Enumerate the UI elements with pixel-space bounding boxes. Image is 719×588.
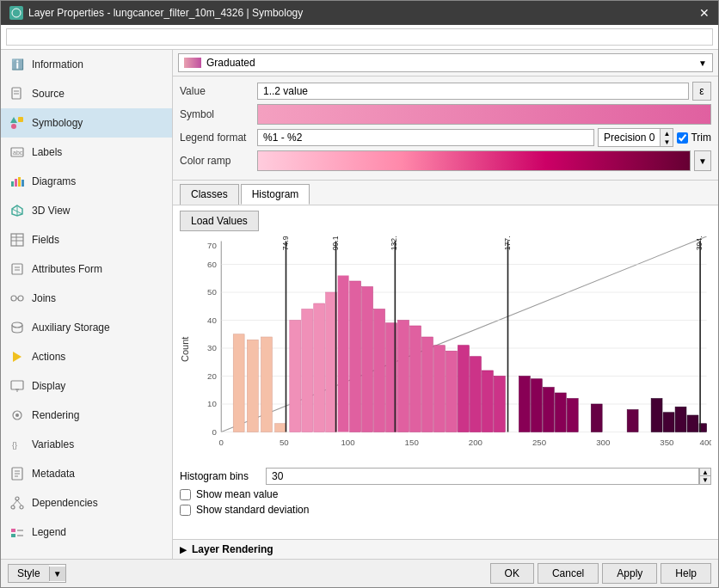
style-dropdown: Style ▼ bbox=[8, 564, 66, 583]
color-ramp-bar[interactable] bbox=[257, 150, 691, 171]
bins-up[interactable]: ▲ bbox=[699, 468, 711, 476]
sidebar-item-3dview[interactable]: 3D View bbox=[1, 196, 172, 225]
histogram-bins-input[interactable] bbox=[266, 468, 699, 485]
svg-text:100: 100 bbox=[341, 438, 355, 447]
legend-format-control: Precision 0 ▲ ▼ Trim bbox=[257, 128, 711, 147]
tabs-row: Classes Histogram bbox=[173, 181, 718, 205]
svg-rect-70 bbox=[314, 303, 325, 432]
trim-checkbox[interactable] bbox=[677, 132, 688, 144]
help-button[interactable]: Help bbox=[661, 563, 711, 584]
cancel-button[interactable]: Cancel bbox=[538, 563, 599, 584]
svg-rect-45 bbox=[11, 534, 15, 537]
sidebar-item-diagrams[interactable]: Diagrams bbox=[1, 167, 172, 196]
sidebar-item-auxiliary[interactable]: Auxiliary Storage bbox=[1, 313, 172, 342]
svg-rect-16 bbox=[11, 234, 23, 246]
trim-label: Trim bbox=[691, 132, 711, 144]
sidebar-label-display: Display bbox=[32, 380, 65, 392]
legend-format-label: Legend format bbox=[180, 132, 257, 144]
svg-text:177.492: 177.492 bbox=[503, 236, 512, 250]
sidebar-item-actions[interactable]: Actions bbox=[1, 342, 172, 371]
precision-up[interactable]: ▲ bbox=[661, 129, 673, 138]
sidebar-item-rendering[interactable]: Rendering bbox=[1, 401, 172, 430]
sidebar-label-legend: Legend bbox=[32, 526, 66, 538]
chart-area: 0 10 20 30 40 50 60 70 bbox=[194, 236, 711, 462]
svg-text:abc: abc bbox=[13, 150, 23, 156]
svg-text:74.968: 74.968 bbox=[281, 236, 290, 250]
sidebar-item-joins[interactable]: Joins bbox=[1, 284, 172, 313]
rendering-icon bbox=[9, 407, 25, 423]
svg-rect-78 bbox=[410, 326, 421, 432]
symbol-bar[interactable] bbox=[257, 104, 711, 125]
renderer-arrow: ▼ bbox=[698, 58, 707, 68]
sidebar-label-information: Information bbox=[32, 58, 83, 70]
color-ramp-dropdown-arrow[interactable]: ▼ bbox=[694, 150, 711, 171]
apply-button[interactable]: Apply bbox=[602, 563, 657, 584]
precision-down[interactable]: ▼ bbox=[661, 138, 673, 146]
sidebar-item-source[interactable]: Source bbox=[1, 79, 172, 108]
source-icon bbox=[9, 86, 25, 101]
value-input[interactable] bbox=[257, 83, 689, 100]
svg-rect-74 bbox=[362, 287, 373, 432]
svg-text:0: 0 bbox=[219, 438, 224, 447]
sidebar: ℹ️ Information Source Symbology abc Labe bbox=[1, 50, 173, 559]
tab-classes[interactable]: Classes bbox=[180, 184, 239, 205]
svg-rect-84 bbox=[482, 371, 493, 432]
svg-rect-28 bbox=[11, 381, 23, 389]
svg-rect-66 bbox=[261, 337, 272, 432]
legend-format-input[interactable] bbox=[257, 129, 594, 146]
sidebar-item-information[interactable]: ℹ️ Information bbox=[1, 50, 172, 79]
svg-rect-72 bbox=[338, 276, 349, 432]
style-arrow-button[interactable]: ▼ bbox=[49, 567, 65, 581]
color-ramp-control: ▼ bbox=[257, 150, 711, 171]
svg-rect-79 bbox=[422, 337, 433, 432]
svg-point-23 bbox=[11, 296, 16, 301]
sidebar-item-symbology[interactable]: Symbology bbox=[1, 108, 172, 138]
svg-point-32 bbox=[15, 413, 19, 417]
symbol-control bbox=[257, 104, 711, 125]
ok-button[interactable]: OK bbox=[490, 563, 534, 584]
search-input[interactable] bbox=[6, 28, 713, 46]
sidebar-item-dependencies[interactable]: Dependencies bbox=[1, 488, 172, 518]
legend-icon bbox=[9, 524, 25, 540]
svg-text:60: 60 bbox=[207, 260, 217, 269]
svg-rect-67 bbox=[275, 424, 286, 432]
svg-rect-82 bbox=[458, 346, 469, 432]
show-mean-row: Show mean value bbox=[180, 488, 711, 500]
svg-rect-87 bbox=[531, 379, 542, 432]
svg-text:30: 30 bbox=[207, 343, 217, 352]
renderer-dropdown[interactable]: Graduated ▼ bbox=[178, 53, 713, 72]
sidebar-item-variables[interactable]: {} Variables bbox=[1, 430, 172, 459]
svg-point-4 bbox=[11, 124, 16, 129]
sidebar-item-attributes[interactable]: Attributes Form bbox=[1, 254, 172, 284]
layer-rendering-label: Layer Rendering bbox=[192, 543, 273, 555]
sidebar-item-fields[interactable]: Fields bbox=[1, 225, 172, 254]
close-button[interactable]: ✕ bbox=[699, 6, 710, 20]
bins-down[interactable]: ▼ bbox=[699, 476, 711, 485]
expression-button[interactable]: ε bbox=[692, 82, 711, 101]
svg-text:10: 10 bbox=[207, 399, 217, 408]
histogram-area: Load Values Count 0 10 20 bbox=[173, 205, 718, 539]
precision-label: Precision 0 bbox=[599, 130, 660, 145]
style-button[interactable]: Style bbox=[9, 565, 49, 582]
bins-spin: ▲ ▼ bbox=[699, 468, 711, 485]
svg-text:50: 50 bbox=[207, 287, 217, 297]
sidebar-item-labels[interactable]: abc Labels bbox=[1, 138, 172, 167]
svg-rect-71 bbox=[326, 292, 337, 432]
svg-point-0 bbox=[12, 9, 21, 17]
qgis-icon bbox=[9, 6, 23, 20]
sidebar-label-dependencies: Dependencies bbox=[32, 497, 98, 509]
sidebar-item-legend[interactable]: Legend bbox=[1, 518, 172, 547]
show-stddev-checkbox[interactable] bbox=[180, 505, 191, 516]
svg-text:70: 70 bbox=[207, 241, 217, 250]
sidebar-label-metadata: Metadata bbox=[32, 468, 75, 480]
load-values-button[interactable]: Load Values bbox=[180, 211, 259, 231]
sidebar-label-fields: Fields bbox=[32, 234, 59, 246]
svg-rect-94 bbox=[663, 413, 674, 432]
bottom-buttons: OK Cancel Apply Help bbox=[490, 563, 711, 584]
sidebar-item-display[interactable]: Display bbox=[1, 371, 172, 401]
sidebar-item-metadata[interactable]: Metadata bbox=[1, 459, 172, 488]
layer-rendering-section[interactable]: ▶ Layer Rendering bbox=[173, 539, 718, 559]
svg-text:250: 250 bbox=[532, 438, 547, 447]
tab-histogram[interactable]: Histogram bbox=[241, 184, 310, 205]
show-mean-checkbox[interactable] bbox=[180, 489, 191, 500]
